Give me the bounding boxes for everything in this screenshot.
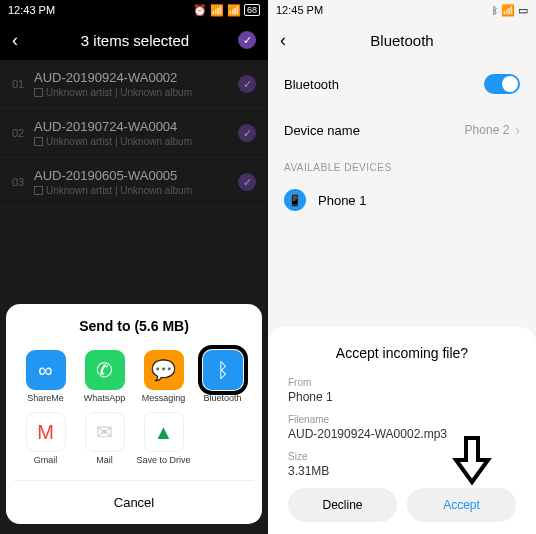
share-label: Mail — [96, 456, 113, 466]
share-item-whatsapp[interactable]: ✆WhatsApp — [77, 350, 132, 404]
song-info: AUD-20190605-WA0005Unknown artist | Unkn… — [34, 168, 238, 196]
accept-button[interactable]: Accept — [407, 488, 516, 522]
size-label: Size — [288, 451, 516, 462]
wifi-icon: 📶 — [227, 4, 241, 17]
check-icon[interactable]: ✓ — [238, 124, 256, 142]
device-name: Phone 1 — [318, 193, 366, 208]
clock: 12:43 PM — [8, 4, 55, 16]
selection-header: ‹ 3 items selected ✓ — [0, 20, 268, 60]
incoming-file-sheet: Accept incoming file? From Phone 1 Filen… — [268, 327, 536, 534]
filename-label: Filename — [288, 414, 516, 425]
from-value: Phone 1 — [288, 390, 516, 404]
select-all-icon[interactable]: ✓ — [238, 31, 256, 49]
chevron-right-icon: › — [515, 122, 520, 138]
song-title: AUD-20190924-WA0002 — [34, 70, 238, 85]
song-item[interactable]: 01AUD-20190924-WA0002Unknown artist | Un… — [0, 60, 268, 109]
song-subtitle: Unknown artist | Unknown album — [34, 185, 238, 196]
save-to-drive-icon: ▲ — [144, 412, 184, 452]
bluetooth-icon: ᛒ — [203, 350, 243, 390]
alarm-icon: ⏰ — [193, 4, 207, 17]
size-value: 3.31MB — [288, 464, 516, 478]
song-info: AUD-20190724-WA0004Unknown artist | Unkn… — [34, 119, 238, 147]
battery-icon: ▭ — [518, 4, 528, 17]
share-label: Gmail — [34, 456, 58, 466]
from-label: From — [288, 377, 516, 388]
incoming-title: Accept incoming file? — [288, 345, 516, 361]
back-icon[interactable]: ‹ — [12, 30, 32, 51]
header-title: Bluetooth — [300, 32, 504, 49]
status-icons: ⏰ 📶 📶 68 — [193, 4, 260, 17]
share-item-gmail[interactable]: MGmail — [18, 412, 73, 466]
song-subtitle: Unknown artist | Unknown album — [34, 136, 238, 147]
share-label: ShareMe — [27, 394, 64, 404]
check-icon[interactable]: ✓ — [238, 75, 256, 93]
button-row: Decline Accept — [288, 488, 516, 522]
phone-left: 12:43 PM ⏰ 📶 📶 68 ‹ 3 items selected ✓ 0… — [0, 0, 268, 534]
share-label: Messaging — [142, 394, 186, 404]
share-label: Bluetooth — [203, 394, 241, 404]
bluetooth-label: Bluetooth — [284, 77, 339, 92]
decline-button[interactable]: Decline — [288, 488, 397, 522]
messaging-icon: 💬 — [144, 350, 184, 390]
status-icons: ᛒ 📶 ▭ — [492, 4, 528, 17]
song-item[interactable]: 02AUD-20190724-WA0004Unknown artist | Un… — [0, 109, 268, 158]
song-number: 02 — [12, 127, 34, 139]
song-number: 01 — [12, 78, 34, 90]
share-grid: ∞ShareMe✆WhatsApp💬MessagingᛒBluetoothMGm… — [14, 350, 254, 466]
share-item-mail[interactable]: ✉Mail — [77, 412, 132, 466]
device-name-label: Device name — [284, 123, 360, 138]
album-icon — [34, 137, 43, 146]
filename-value: AUD-20190924-WA0002.mp3 — [288, 427, 516, 441]
device-name-value: Phone 2 — [465, 123, 510, 137]
share-label: Save to Drive — [136, 456, 190, 466]
battery-icon: 68 — [244, 4, 260, 16]
share-item-shareme[interactable]: ∞ShareMe — [18, 350, 73, 404]
song-number: 03 — [12, 176, 34, 188]
whatsapp-icon: ✆ — [85, 350, 125, 390]
song-list: 01AUD-20190924-WA0002Unknown artist | Un… — [0, 60, 268, 207]
share-item-messaging[interactable]: 💬Messaging — [136, 350, 191, 404]
share-title: Send to (5.6 MB) — [14, 318, 254, 334]
phone-right: 12:45 PM ᛒ 📶 ▭ ‹ Bluetooth Bluetooth Dev… — [268, 0, 536, 534]
signal-icon: 📶 — [210, 4, 224, 17]
bluetooth-header: ‹ Bluetooth — [268, 20, 536, 60]
song-title: AUD-20190605-WA0005 — [34, 168, 238, 183]
shareme-icon: ∞ — [26, 350, 66, 390]
gmail-icon: M — [26, 412, 66, 452]
bluetooth-icon: ᛒ — [492, 5, 498, 16]
album-icon — [34, 186, 43, 195]
bluetooth-toggle[interactable] — [484, 74, 520, 94]
cancel-button[interactable]: Cancel — [14, 480, 254, 524]
back-icon[interactable]: ‹ — [280, 30, 300, 51]
song-item[interactable]: 03AUD-20190605-WA0005Unknown artist | Un… — [0, 158, 268, 207]
share-label: WhatsApp — [84, 394, 126, 404]
status-bar: 12:45 PM ᛒ 📶 ▭ — [268, 0, 536, 20]
device-row[interactable]: 📱 Phone 1 — [268, 179, 536, 221]
song-title: AUD-20190724-WA0004 — [34, 119, 238, 134]
phone-icon: 📱 — [284, 189, 306, 211]
song-info: AUD-20190924-WA0002Unknown artist | Unkn… — [34, 70, 238, 98]
share-sheet: Send to (5.6 MB) ∞ShareMe✆WhatsApp💬Messa… — [6, 304, 262, 524]
check-icon[interactable]: ✓ — [238, 173, 256, 191]
bluetooth-toggle-row[interactable]: Bluetooth — [268, 60, 536, 108]
status-bar: 12:43 PM ⏰ 📶 📶 68 — [0, 0, 268, 20]
share-item-save-to-drive[interactable]: ▲Save to Drive — [136, 412, 191, 466]
clock: 12:45 PM — [276, 4, 323, 16]
header-title: 3 items selected — [32, 32, 238, 49]
device-name-row[interactable]: Device name Phone 2 › — [268, 108, 536, 152]
share-item-bluetooth[interactable]: ᛒBluetooth — [195, 350, 250, 404]
signal-icon: 📶 — [501, 4, 515, 17]
available-devices-label: AVAILABLE DEVICES — [268, 152, 536, 179]
album-icon — [34, 88, 43, 97]
mail-icon: ✉ — [85, 412, 125, 452]
song-subtitle: Unknown artist | Unknown album — [34, 87, 238, 98]
